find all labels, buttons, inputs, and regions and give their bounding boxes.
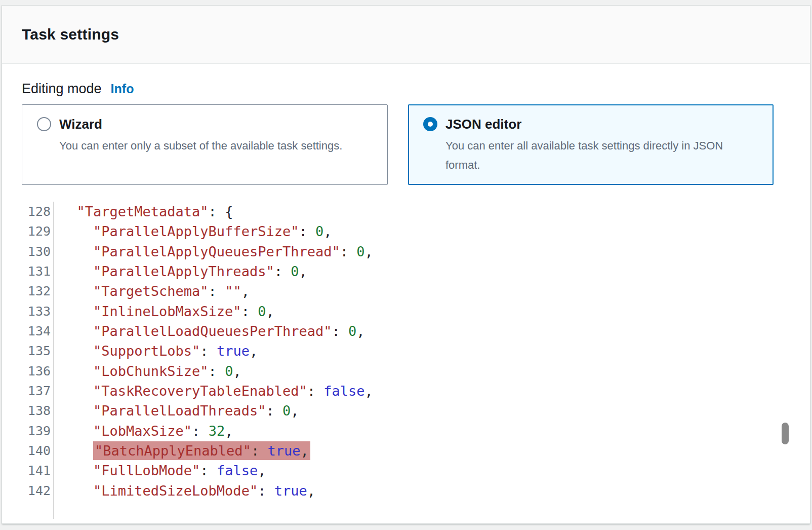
- radio-json-editor-icon[interactable]: [423, 117, 437, 131]
- code-line[interactable]: 128 "TargetMetadata": {: [2, 202, 810, 221]
- line-number: 141: [2, 461, 54, 480]
- code-line[interactable]: 133 "InlineLobMaxSize": 0,: [2, 301, 810, 321]
- panel-header: Task settings: [2, 6, 810, 64]
- info-link[interactable]: Info: [111, 82, 134, 96]
- line-number: 133: [2, 301, 54, 321]
- editing-mode-row: Editing modeInfo: [22, 81, 790, 97]
- code-text: "LobChunkSize": 0,: [54, 363, 241, 379]
- code-text: "LobMaxSize": 32,: [54, 423, 233, 439]
- line-number: 130: [2, 242, 54, 261]
- code-text: "TargetSchema": "",: [54, 283, 250, 299]
- code-text: "InlineLobMaxSize": 0,: [54, 304, 274, 319]
- line-number: 135: [2, 341, 54, 361]
- code-line[interactable]: 140 "BatchApplyEnabled": true,: [2, 441, 810, 461]
- line-number: 140: [2, 441, 54, 461]
- code-line[interactable]: 138 "ParallelLoadThreads": 0,: [2, 401, 810, 421]
- code-line[interactable]: 135 "SupportLobs": true,: [2, 341, 810, 361]
- code-text: "ParallelApplyBufferSize": 0,: [54, 223, 332, 239]
- code-line[interactable]: 130 "ParallelApplyQueuesPerThread": 0,: [2, 242, 810, 261]
- line-number: 138: [2, 401, 54, 421]
- json-editor-label: JSON editor: [445, 117, 749, 132]
- code-line[interactable]: 142 "LimitedSizeLobMode": true,: [2, 481, 810, 501]
- panel-body: Editing modeInfo Wizard You can enter on…: [2, 64, 810, 185]
- code-line-empty: [2, 501, 810, 519]
- wizard-label: Wizard: [59, 117, 342, 132]
- scrollbar-thumb[interactable]: [782, 423, 789, 444]
- code-text: "TaskRecoveryTableEnabled": false,: [54, 383, 373, 399]
- code-text: "BatchApplyEnabled": true,: [54, 443, 310, 459]
- editing-mode-label: Editing mode: [22, 81, 102, 96]
- code-line[interactable]: 139 "LobMaxSize": 32,: [2, 421, 810, 441]
- code-line[interactable]: 137 "TaskRecoveryTableEnabled": false,: [2, 381, 810, 401]
- task-settings-panel: Task settings Editing modeInfo Wizard Yo…: [2, 5, 810, 524]
- code-line[interactable]: 134 "ParallelLoadQueuesPerThread": 0,: [2, 321, 810, 341]
- line-number: 137: [2, 381, 54, 401]
- code-text: "ParallelApplyQueuesPerThread": 0,: [54, 244, 373, 259]
- json-editor-text: JSON editor You can enter all available …: [445, 117, 763, 175]
- page-title: Task settings: [22, 26, 119, 43]
- code-text: "ParallelApplyThreads": 0,: [54, 263, 307, 279]
- code-line[interactable]: 136 "LobChunkSize": 0,: [2, 361, 810, 381]
- editing-mode-options: Wizard You can enter only a subset of th…: [22, 104, 790, 185]
- wizard-description: You can enter only a subset of the avail…: [59, 136, 342, 156]
- line-number: 134: [2, 321, 54, 341]
- code-text: "TargetMetadata": {: [54, 204, 233, 219]
- line-number: 128: [2, 202, 54, 221]
- line-number: 132: [2, 281, 54, 301]
- line-number: [2, 501, 54, 519]
- code-line[interactable]: 141 "FullLobMode": false,: [2, 461, 810, 480]
- code-text: "LimitedSizeLobMode": true,: [54, 483, 315, 499]
- json-editor-description: You can enter all available task setting…: [445, 136, 749, 175]
- line-number: 131: [2, 261, 54, 281]
- radio-wizard-icon[interactable]: [37, 117, 51, 131]
- line-number: 129: [2, 221, 54, 241]
- code-text: "SupportLobs": true,: [54, 343, 258, 359]
- code-line[interactable]: 131 "ParallelApplyThreads": 0,: [2, 261, 810, 281]
- line-number: 142: [2, 481, 54, 501]
- line-number: 139: [2, 421, 54, 441]
- page-background: Task settings Editing modeInfo Wizard Yo…: [0, 5, 812, 524]
- code-text: "FullLobMode": false,: [54, 463, 266, 478]
- option-tile-json-editor[interactable]: JSON editor You can enter all available …: [408, 104, 774, 185]
- code-editor[interactable]: 128 "TargetMetadata": {129 "ParallelAppl…: [2, 202, 810, 519]
- wizard-text: Wizard You can enter only a subset of th…: [59, 117, 356, 156]
- option-tile-wizard[interactable]: Wizard You can enter only a subset of th…: [22, 104, 388, 185]
- code-text: "ParallelLoadThreads": 0,: [54, 403, 299, 419]
- search-highlight: "BatchApplyEnabled": true,: [93, 441, 310, 460]
- code-line[interactable]: 129 "ParallelApplyBufferSize": 0,: [2, 221, 810, 241]
- line-number: 136: [2, 361, 54, 381]
- code-line[interactable]: 132 "TargetSchema": "",: [2, 281, 810, 301]
- code-text: "ParallelLoadQueuesPerThread": 0,: [54, 323, 364, 339]
